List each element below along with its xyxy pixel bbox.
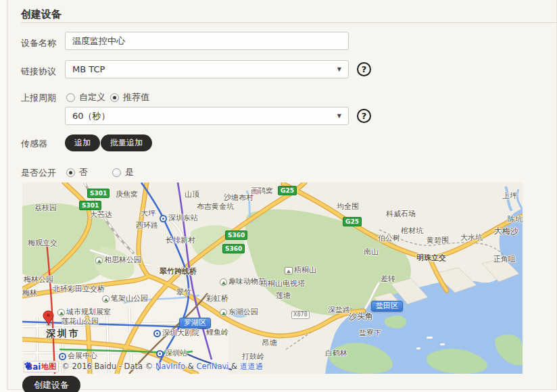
radio-circle-icon: [66, 93, 75, 102]
report-period-help-icon[interactable]: ?: [357, 109, 371, 123]
create-device-button[interactable]: 创建设备: [22, 376, 80, 392]
map-label: 西环路: [136, 222, 158, 230]
baidu-logo: Bai 地图: [24, 361, 59, 372]
map-label: 荔枝园: [34, 204, 57, 212]
map-label: G25: [278, 186, 297, 195]
map-label: 上坪: [502, 192, 517, 200]
metro-icon: [153, 330, 161, 337]
map-label: 白鹤林: [325, 349, 347, 358]
map-label: 庚焦窝: [116, 191, 138, 199]
map-label: 长排新村: [166, 237, 195, 245]
radio-circle-icon: [112, 168, 121, 177]
report-period-radio-custom[interactable]: 自定义: [66, 91, 105, 103]
map-label: 画鹃窝: [251, 187, 273, 195]
radio-circle-icon: [66, 168, 75, 177]
map-label: 山顶: [185, 191, 199, 199]
map-label: 罗湖区: [179, 318, 211, 328]
report-period-radio-recommended[interactable]: 推荐值: [110, 91, 149, 103]
map-label: 布吉黄金坑: [197, 203, 234, 211]
map-label: 北环彩田立交桥: [53, 285, 105, 293]
map-label: 趣味动物苑: [220, 278, 266, 286]
map-label: 大水坑: [460, 234, 483, 242]
navinfo-link[interactable]: NavInfo: [155, 362, 185, 371]
sensor-batch-append-button[interactable]: 批量追加: [101, 134, 152, 151]
park-icon: [220, 309, 227, 316]
baidu-map[interactable]: 荔枝园S301S301庚焦窝大芒达梅观立交大坪深圳东站长排新村山顶布吉黄金坑沙塘…: [22, 182, 523, 374]
cennavi-link[interactable]: CenNavi: [196, 362, 228, 371]
park-icon: [102, 295, 110, 303]
amp-text: &: [188, 362, 194, 371]
map-label: S301: [79, 201, 101, 210]
map-label: 梅林公园: [24, 276, 53, 284]
map-label: 大梅沙: [494, 227, 518, 235]
radio-label: 自定义: [79, 91, 105, 103]
map-label: 相思林公园: [95, 256, 141, 264]
map-label: 差转: [381, 275, 395, 283]
map-label: 彩虹桥: [206, 295, 228, 303]
map-label: S360: [222, 244, 245, 253]
page-title: 创建设备: [21, 8, 62, 21]
public-radio-yes[interactable]: 是: [112, 166, 134, 178]
baidu-paw-icon: [24, 361, 32, 370]
public-radio-no[interactable]: 否: [66, 166, 88, 178]
map-label: 科威石场: [386, 210, 416, 218]
park-icon: [220, 278, 227, 286]
map-label: X878: [291, 311, 310, 319]
map-label: 正角咀: [493, 255, 516, 264]
metro-icon: [156, 350, 164, 358]
protocol-label: 链接协议: [21, 66, 56, 78]
map-label: 深圳站: [156, 349, 187, 358]
map-label: 深盐路: [328, 306, 350, 314]
radio-label: 是: [125, 166, 134, 178]
chevron-down-icon: ▼: [337, 66, 341, 72]
map-label: 黄碧围: [427, 237, 449, 245]
public-label: 是否公开: [21, 167, 56, 179]
map-attribution: Bai 地图 © 2016 Baidu - Data © NavInfo & C…: [24, 361, 263, 372]
map-label: 翠竹: [176, 289, 191, 297]
map-label: 沙塘布村: [224, 194, 253, 202]
map-label: S360: [225, 230, 247, 240]
metro-icon: [59, 353, 66, 360]
sensor-append-button[interactable]: 追加: [65, 134, 100, 151]
map-marker-pin[interactable]: [43, 310, 54, 326]
park-icon: [95, 257, 103, 264]
report-period-label: 上报周期: [21, 92, 56, 104]
radio-label: 推荐值: [123, 91, 149, 103]
map-label: 盐田区: [371, 301, 403, 312]
metro-icon: [160, 215, 167, 222]
radio-circle-icon: [110, 93, 119, 102]
title-divider: [21, 22, 556, 23]
map-label: 陈坑: [508, 216, 523, 224]
protocol-select[interactable]: MB TCP ▼: [65, 60, 349, 78]
map-label: 东湖公园: [220, 308, 258, 316]
map-label: 鲤鱼岭: [206, 328, 228, 337]
map-label: 盐寮下: [359, 329, 381, 337]
map-label: 深圳大剧院: [153, 329, 199, 337]
map-label: 笔架山公园: [102, 295, 148, 303]
daodaotong-link[interactable]: 道道通: [240, 362, 264, 371]
map-label: 梅观立交: [28, 239, 57, 247]
copyright-text: © 2016 Baidu - Data © NavInfo & CenNavi …: [62, 362, 263, 372]
map-label: S301: [87, 189, 110, 198]
map-label: 城市规划展室: [57, 308, 111, 316]
report-period-select[interactable]: 60（秒） ▼: [65, 107, 349, 125]
device-name-input[interactable]: [65, 32, 349, 50]
map-label: 大坪: [141, 210, 155, 218]
map-label: 莲花山公园: [62, 318, 99, 326]
protocol-help-icon[interactable]: ?: [357, 62, 371, 76]
map-label: 会展中心: [59, 352, 97, 360]
map-label: 南山: [364, 248, 379, 256]
map-label: 梧桐山: [285, 266, 316, 274]
map-label: 沙头角: [349, 312, 373, 320]
map-label: 深圳东站: [160, 214, 198, 222]
baidu-map-word: 地图: [41, 362, 56, 372]
protocol-select-value: MB TCP: [72, 64, 105, 74]
copyright-prefix: © 2016 Baidu - Data ©: [62, 362, 155, 371]
map-label: 伯公树: [378, 235, 400, 243]
mount-icon: [285, 267, 293, 274]
map-label: 翠竹跨线桥: [160, 268, 197, 276]
map-label: 深圳市: [46, 329, 80, 337]
map-label: 大芒达: [90, 211, 112, 219]
map-label: 均全围: [337, 203, 359, 211]
chevron-down-icon: ▼: [337, 113, 341, 119]
